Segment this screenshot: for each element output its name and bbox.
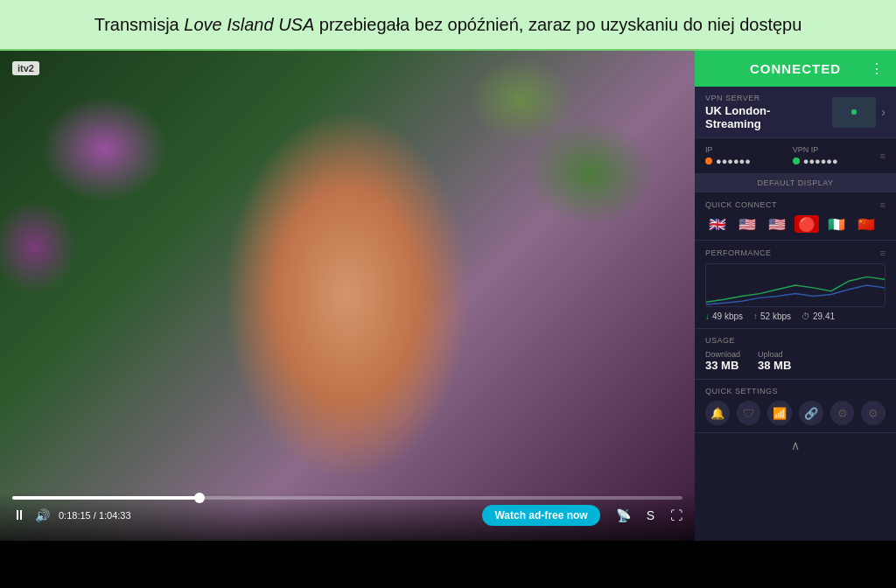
default-display-text: DEFAULT DISPLAY <box>705 178 886 187</box>
channel-logo: itv2 <box>12 61 39 75</box>
flag-red[interactable]: 🔴 <box>794 215 819 233</box>
quick-settings-header: QUICK SETTINGS <box>705 387 886 396</box>
perf-stats: ↓ 49 kbps ↑ 52 kbps ⏱ 29.41 <box>705 312 886 321</box>
time-display: 0:18:15 / 1:04:33 <box>59 510 131 521</box>
more-settings-icon-btn[interactable]: ⚙ <box>861 401 886 425</box>
ping-stat: ⏱ 29.41 <box>802 312 835 321</box>
download-speed-stat: ↓ 49 kbps <box>705 312 743 321</box>
settings-icons-row: 🔔 🛡 📶 🔗 ⚙ ⚙ <box>705 401 886 425</box>
vpn-server-map <box>832 97 876 128</box>
download-usage-value: 33 MB <box>705 359 740 372</box>
performance-header: PERFORMANCE ≡ <box>705 248 886 258</box>
download-speed-value: 49 kbps <box>712 312 743 321</box>
vpn-header: CONNECTED ⋮ <box>695 51 896 87</box>
vpn-ip-section: VPN IP ●●●●●● <box>793 145 873 166</box>
fullscreen-button[interactable]: ⛶ <box>670 508 682 522</box>
upload-usage: Upload 38 MB <box>758 350 791 372</box>
flag-us1[interactable]: 🇺🇸 <box>735 215 760 233</box>
ip-section: IP ●●●●●● <box>705 145 786 166</box>
upload-speed-stat: ↑ 52 kbps <box>753 312 791 321</box>
video-player: itv2 ⏸ 🔊 0:18:15 / 1:04:33 Watch ad-fre <box>0 51 695 541</box>
performance-section: PERFORMANCE ≡ ↓ 49 kbps ↑ 52 kbps <box>695 241 896 329</box>
usage-label: USAGE <box>705 336 735 345</box>
flag-us2[interactable]: 🇺🇸 <box>765 215 789 233</box>
performance-icon: ≡ <box>880 248 886 258</box>
vpn-ip-row: IP ●●●●●● VPN IP ●●●●●● ≡ <box>695 138 896 174</box>
performance-label: PERFORMANCE <box>705 248 772 257</box>
quick-connect-icon: ≡ <box>880 200 886 210</box>
vpn-ip-text: ●●●●●● <box>803 156 838 166</box>
collapse-icon: ∧ <box>791 438 800 452</box>
link-icon-btn[interactable]: 🔗 <box>799 401 823 425</box>
watch-adfree-button[interactable]: Watch ad-free now <box>482 505 599 526</box>
performance-graph <box>705 263 886 307</box>
flag-cn[interactable]: 🇨🇳 <box>854 215 878 233</box>
flag-uk[interactable]: 🇬🇧 <box>705 215 730 233</box>
settings-gear-icon-btn[interactable]: ⚙ <box>830 401 855 425</box>
quick-connect-header: QUICK CONNECT ≡ <box>705 200 886 210</box>
upload-speed-value: 52 kbps <box>760 312 791 321</box>
upload-arrow-icon: ↑ <box>753 312 758 321</box>
ip-label: IP <box>705 145 786 154</box>
vpn-menu-icon[interactable]: ⋮ <box>870 60 884 77</box>
signal-icon-btn[interactable]: 📶 <box>767 401 792 425</box>
flag-ie[interactable]: 🇮🇪 <box>824 215 849 233</box>
flag-row: 🇬🇧 🇺🇸 🇺🇸 🔴 🇮🇪 🇨🇳 <box>705 215 886 233</box>
vpn-ip-value: ●●●●●● <box>793 156 873 166</box>
connected-status: CONNECTED <box>750 61 841 76</box>
ip-indicator <box>705 158 712 164</box>
vpn-panel: CONNECTED ⋮ VPN SERVER UK London-Streami… <box>695 51 896 541</box>
video-background <box>0 51 695 541</box>
collapse-button[interactable]: ∧ <box>695 432 896 458</box>
server-arrow-icon: › <box>881 105 886 119</box>
vpn-ip-label: VPN IP <box>793 145 873 154</box>
top-banner: Transmisja Love Island USA przebiegała b… <box>0 0 896 51</box>
quick-settings-section: QUICK SETTINGS 🔔 🛡 📶 🔗 ⚙ ⚙ <box>695 380 896 432</box>
download-arrow-icon: ↓ <box>705 312 710 321</box>
main-area: itv2 ⏸ 🔊 0:18:15 / 1:04:33 Watch ad-fre <box>0 51 896 541</box>
upload-usage-label: Upload <box>758 350 791 359</box>
ip-row-icon: ≡ <box>880 150 886 161</box>
ip-text: ●●●●●● <box>716 156 751 166</box>
progress-bar[interactable] <box>12 496 682 500</box>
performance-chart <box>706 264 885 306</box>
quick-settings-label: QUICK SETTINGS <box>705 387 778 396</box>
progress-fill <box>12 496 200 500</box>
default-display-bar: DEFAULT DISPLAY <box>695 174 896 192</box>
vpn-server-row[interactable]: VPN SERVER UK London-Streaming › <box>695 87 896 138</box>
volume-button[interactable]: 🔊 <box>35 508 50 522</box>
banner-text: Transmisja Love Island USA przebiegała b… <box>94 15 802 34</box>
ping-value: 29.41 <box>813 312 835 321</box>
video-controls: ⏸ 🔊 0:18:15 / 1:04:33 Watch ad-free now … <box>0 493 695 541</box>
usage-header: USAGE <box>705 336 886 345</box>
quick-connect-label: QUICK CONNECT <box>705 200 777 209</box>
cast-button[interactable]: 📡 <box>616 508 631 522</box>
download-usage-label: Download <box>705 350 740 359</box>
usage-section: USAGE Download 33 MB Upload 38 MB <box>695 329 896 380</box>
subtitles-button[interactable]: S <box>647 508 654 522</box>
quick-connect-section: QUICK CONNECT ≡ 🇬🇧 🇺🇸 🇺🇸 🔴 🇮🇪 🇨🇳 <box>695 192 896 241</box>
ping-icon: ⏱ <box>802 312 810 321</box>
vpn-ip-indicator <box>793 158 800 164</box>
shield-icon-btn[interactable]: 🛡 <box>737 401 761 425</box>
vpn-server-label: VPN SERVER <box>705 94 825 102</box>
vpn-server-name: UK London-Streaming <box>705 104 825 130</box>
bell-icon-btn[interactable]: 🔔 <box>705 401 730 425</box>
controls-row: ⏸ 🔊 0:18:15 / 1:04:33 Watch ad-free now … <box>12 505 682 526</box>
upload-usage-value: 38 MB <box>758 359 791 372</box>
ip-value: ●●●●●● <box>705 156 786 166</box>
play-pause-button[interactable]: ⏸ <box>12 508 26 523</box>
vpn-server-info: VPN SERVER UK London-Streaming <box>705 94 825 130</box>
usage-row: Download 33 MB Upload 38 MB <box>705 350 886 372</box>
map-location-dot <box>851 109 857 115</box>
download-usage: Download 33 MB <box>705 350 740 372</box>
